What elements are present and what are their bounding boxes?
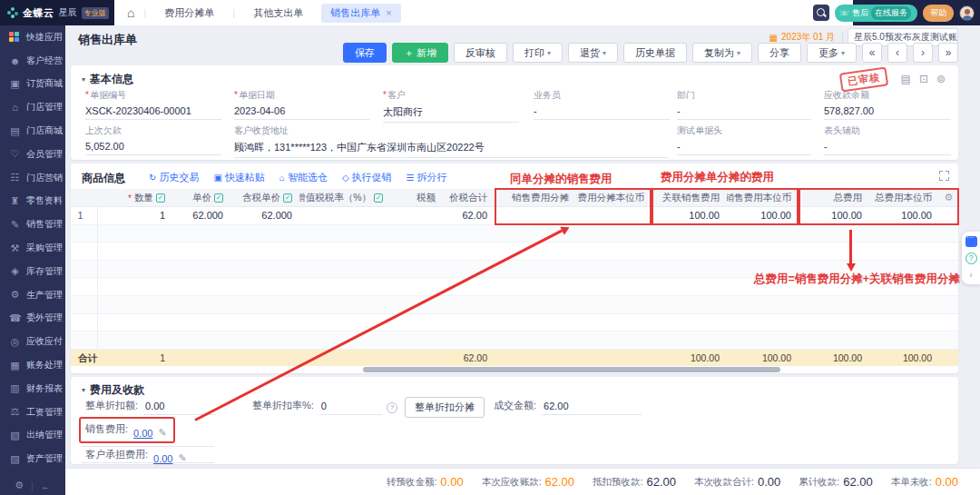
sidebar-item-fin-report[interactable]: ▥财务报表 xyxy=(0,377,65,401)
sidebar-item-store-marketing[interactable]: ☷门店营销 xyxy=(0,166,65,190)
discount-rate-input[interactable]: 0 xyxy=(319,401,383,415)
question-circle-icon[interactable]: ? xyxy=(387,402,397,413)
smart-warehouse-link[interactable]: ⌂智能选仓 xyxy=(279,171,328,184)
history-button[interactable]: 历史单据 xyxy=(623,43,687,63)
tab-sales-outbound[interactable]: 销售出库单 × xyxy=(321,4,400,23)
print-button[interactable]: 打印▾ xyxy=(513,43,563,63)
sidebar-item-customer[interactable]: ☻客户经营 xyxy=(0,49,65,73)
prev-record-button[interactable]: ‹ xyxy=(887,43,907,63)
edit-pencil-icon[interactable]: ✎ xyxy=(158,427,166,439)
empty-row xyxy=(71,225,958,243)
cell-qty[interactable]: 1 xyxy=(98,210,172,221)
next-record-button[interactable]: › xyxy=(913,43,933,63)
basic-info-section-toggle[interactable]: ▾ 基本信息 xyxy=(82,72,133,87)
accounting-period[interactable]: ▦ 2023年 01 月 xyxy=(769,31,835,44)
bill-date-input[interactable]: 2023-04-06 xyxy=(234,102,370,120)
chevron-down-icon: ▾ xyxy=(547,49,551,57)
field-discount-amount: 整单折扣额: 0.00 xyxy=(85,399,216,415)
sidebar-item-payroll[interactable]: ⚖工资管理 xyxy=(0,401,65,424)
promotion-link[interactable]: ◇执行促销 xyxy=(342,171,392,184)
discount-share-button[interactable]: 整单折扣分摊 xyxy=(405,397,485,418)
copy-doc-icon[interactable]: ⊡ xyxy=(919,73,928,85)
deal-amount-value: 62.00 xyxy=(542,401,642,415)
sidebar-item-cashier[interactable]: ▧出纳管理 xyxy=(0,424,65,448)
cell-price[interactable]: 62.000 xyxy=(172,210,230,221)
fees-section-toggle[interactable]: ▾ 费用及收款 xyxy=(82,382,144,398)
department-input[interactable]: - xyxy=(677,102,811,120)
col-linked-fee-base: 关联销售费用本位币 xyxy=(727,192,799,204)
copy-as-button[interactable]: 复制为▾ xyxy=(692,43,752,63)
field-label: *单据日期 xyxy=(234,89,370,102)
sidebar-item-production[interactable]: ⚙生产管理 xyxy=(0,283,65,307)
sidebar-item-order-mall[interactable]: ▣订货商城 xyxy=(0,73,65,96)
link-label: 执行促销 xyxy=(352,171,392,184)
sidebar-item-store-mall[interactable]: ▤门店商城 xyxy=(0,119,65,143)
sidebar-item-inventory[interactable]: ◈库存管理 xyxy=(0,260,65,283)
batch-fill-checkbox-icon[interactable]: ✓ xyxy=(283,193,292,203)
tab-fee-allocation[interactable]: 费用分摊单 xyxy=(155,4,223,23)
cell-amount[interactable]: 62.00 xyxy=(443,210,495,221)
sidebar-item-ar-ap[interactable]: ◎应收应付 xyxy=(0,330,65,353)
history-trade-link[interactable]: ↻历史交易 xyxy=(149,171,199,184)
sidebar-item-sales[interactable]: ✎销售管理 xyxy=(0,213,65,236)
sidebar-item-purchase[interactable]: ⚒采购管理 xyxy=(0,236,65,260)
salesman-input[interactable]: - xyxy=(534,102,670,120)
tab-other-expense[interactable]: 其他支出单 xyxy=(244,4,312,23)
first-record-button[interactable]: « xyxy=(862,43,882,63)
sidebar-item-label: 订货商城 xyxy=(26,77,63,90)
discount-amount-input[interactable]: 0.00 xyxy=(143,401,216,415)
sidebar-item-quick-apps[interactable]: 快捷应用 xyxy=(0,25,65,49)
last-record-button[interactable]: » xyxy=(938,43,958,63)
search-icon[interactable] xyxy=(813,5,829,21)
cell-linked-fee-base[interactable]: 100.00 xyxy=(727,210,799,221)
help-question-icon[interactable]: ? xyxy=(965,252,977,264)
stat-total-collection: 累计收款:62.00 xyxy=(799,475,872,489)
cell-tax-price[interactable]: 62.000 xyxy=(230,210,299,221)
home-icon[interactable]: ⌂ xyxy=(127,5,134,20)
help-button[interactable]: 帮助 xyxy=(923,5,954,22)
sidebar-item-outsourcing[interactable]: ☎委外管理 xyxy=(0,307,65,331)
bill-no-input[interactable]: XSCK-20230406-00001 xyxy=(85,102,221,120)
fullscreen-icon[interactable] xyxy=(939,171,949,181)
header-aux-input[interactable]: - xyxy=(824,137,951,155)
save-button[interactable]: 保存 xyxy=(343,43,387,63)
sidebar-item-store-mgmt[interactable]: ⌂门店管理 xyxy=(0,95,65,119)
return-button[interactable]: 退货▾ xyxy=(568,43,618,63)
tab-close-icon[interactable]: × xyxy=(386,7,391,18)
after-sales-service-button[interactable]: ☏ 售后 在线服务 xyxy=(835,5,917,22)
sidebar-item-retail-data[interactable]: ♜零售资料 xyxy=(0,190,65,213)
test-header-input[interactable]: - xyxy=(677,137,811,155)
cell-linked-fee[interactable]: 100.00 xyxy=(652,210,727,221)
horizontal-scrollbar xyxy=(71,367,958,373)
settings-gear-icon[interactable]: ⚙ xyxy=(15,480,24,491)
sidebar-item-asset[interactable]: ▨资产管理 xyxy=(0,447,65,470)
collapse-sidebar-icon[interactable]: ← xyxy=(41,480,51,491)
chat-bubble-icon[interactable] xyxy=(965,236,977,247)
more-button[interactable]: 更多▾ xyxy=(807,43,857,63)
sidebar-item-member[interactable]: ♡会员管理 xyxy=(0,143,65,166)
batch-fill-checkbox-icon[interactable]: ✓ xyxy=(214,193,223,203)
split-row-link[interactable]: ☰拆分行 xyxy=(407,171,447,184)
customer-input[interactable]: 太阳商行 xyxy=(383,102,519,123)
batch-fill-checkbox-icon[interactable]: ✓ xyxy=(374,193,383,203)
settings-circle-icon[interactable]: ⊚ xyxy=(936,73,946,85)
share-button[interactable]: 分享 xyxy=(758,43,801,63)
user-avatar[interactable] xyxy=(959,5,975,21)
store-mgmt-icon: ⌂ xyxy=(9,102,21,113)
label-text: 客户 xyxy=(387,90,406,100)
delivery-address-input[interactable]: 顾鸿晖，131*****123，中国广东省深圳市南山区20222号 xyxy=(234,137,668,158)
unaudit-button[interactable]: 反审核 xyxy=(454,43,507,63)
collapse-arrow-icon[interactable]: › xyxy=(969,270,972,280)
basic-info-card: ▾ 基本信息 已审核 ▤ ⊡ ⊚ *单据编号 XSCK-20230406-000… xyxy=(71,65,958,160)
keyboard-icon[interactable]: ▤ xyxy=(901,73,911,85)
sidebar-item-label: 库存管理 xyxy=(26,265,63,278)
cell-total-fee[interactable]: 100.00 xyxy=(799,210,869,221)
add-new-button[interactable]: ＋新增 xyxy=(392,43,448,63)
scrollbar-thumb[interactable] xyxy=(363,367,780,372)
sale-fee-value-link[interactable]: 0.00 xyxy=(133,428,152,439)
quick-paste-link[interactable]: ▣快速粘贴 xyxy=(213,171,264,184)
batch-fill-checkbox-icon[interactable]: ✓ xyxy=(156,193,165,203)
cell-total-fee-base[interactable]: 100.00 xyxy=(869,210,939,221)
column-settings-gear-icon[interactable]: ⚙ xyxy=(939,192,958,203)
sidebar-item-accounting[interactable]: ▦账务处理 xyxy=(0,353,65,377)
